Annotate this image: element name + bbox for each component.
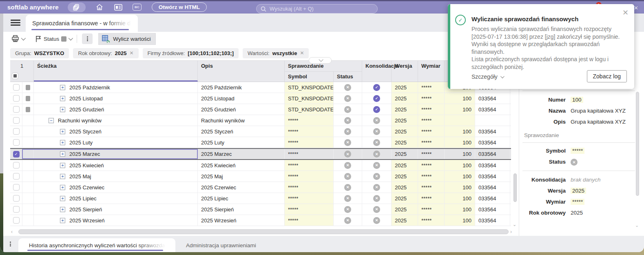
numer-cell: 033564	[475, 171, 510, 182]
expand-node-icon[interactable]: +	[60, 174, 65, 179]
table-row[interactable]: +2025 Luty2025 Luty*****✕✕2025*****10003…	[10, 137, 511, 148]
chip-remove-icon[interactable]: ✕	[129, 50, 133, 56]
table-row[interactable]: +2025 Czerwiec2025 Czerwiec*****✕✕2025**…	[10, 182, 511, 193]
chevron-down-icon	[319, 57, 323, 62]
expand-node-icon[interactable]: +	[60, 140, 65, 145]
column-header-opis[interactable]: Opis	[198, 61, 285, 82]
table-row[interactable]: +2025 Kwiecień2025 Kwiecień*****✕✕2025**…	[10, 160, 511, 171]
row-checkbox[interactable]	[13, 95, 20, 102]
table-row[interactable]: +2025 Listopad2025 ListopadSTD_KNSPODATE…	[10, 93, 511, 104]
flag-cell	[22, 93, 34, 104]
calculate-values-button[interactable]: Wylicz wartości	[98, 33, 156, 45]
filter-chip[interactable]: Wartości: wszystkie✕	[243, 48, 309, 58]
row-checkbox[interactable]	[13, 162, 20, 169]
status-filter-button[interactable]: Status	[35, 35, 72, 42]
column-header-select[interactable]: 1	[10, 61, 34, 82]
expand-node-icon[interactable]: +	[60, 85, 65, 90]
table-row[interactable]: +2025 Wrzesień2025 Wrzesień*****✕✕2025**…	[10, 215, 511, 226]
table-row[interactable]: +2025 Lipiec2025 Lipiec*****✕✕2025*****1…	[10, 193, 511, 204]
column-header-symbol[interactable]: Symbol	[285, 72, 334, 82]
scroll-left-arrow[interactable]: ‹	[11, 229, 17, 235]
chip-label: Firmy źródłowe:	[148, 50, 185, 56]
table-row[interactable]: +2025 Styczeń2025 Styczeń*****✕✕2025****…	[10, 126, 511, 137]
print-button[interactable]	[11, 35, 24, 42]
chip-remove-icon[interactable]: ✕	[300, 50, 304, 56]
row-checkbox[interactable]	[13, 84, 20, 91]
expand-node-icon[interactable]: +	[60, 151, 65, 157]
status-x-icon: ✕	[344, 195, 351, 202]
row-checkbox[interactable]	[13, 139, 20, 146]
row-checkbox[interactable]	[13, 173, 20, 180]
symbol-cell: *****	[285, 204, 334, 215]
close-icon[interactable]: ✕	[622, 8, 629, 17]
bc-module-button[interactable]: BC	[132, 3, 142, 12]
row-checkbox[interactable]	[13, 106, 20, 113]
row-checkbox[interactable]: ✓	[13, 151, 20, 157]
tab-sprawozdania-finansowe[interactable]: Sprawozdania finansowe - w formie d	[26, 15, 138, 32]
expand-node-icon[interactable]: +	[60, 196, 65, 201]
panel-scrollbar[interactable]: ⌄	[636, 92, 639, 226]
global-search-input[interactable]: Wyszukaj (Alt + Q)	[256, 4, 378, 13]
reports-table: 1 Ścieżka Opis Sprawozdanie Symbol Statu…	[10, 60, 511, 227]
scroll-right-arrow[interactable]: ›	[510, 229, 516, 235]
filter-chip[interactable]: Grupa: WSZYSTKO	[10, 48, 69, 58]
select-cell	[10, 137, 22, 148]
table-row[interactable]: +2025 Grudzień2025 GrudzieńSTD_KNSPODATE…	[10, 104, 511, 115]
expand-node-icon[interactable]: +	[60, 218, 65, 223]
open-in-html-button[interactable]: Otwórz w HTML	[152, 2, 207, 12]
panel-field-row: Wymiar*****	[522, 199, 635, 205]
table-row[interactable]: −Rachunki wynikówRachunki wyników*****✕✕…	[10, 115, 511, 126]
table-horizontal-scrollbar[interactable]: ‹ ›	[11, 228, 516, 235]
news-button[interactable]	[113, 3, 123, 12]
workspace-switcher-button[interactable]	[68, 2, 86, 12]
sciezka-text: 2025 Maj	[69, 173, 91, 180]
column-header-sciezka[interactable]: Ścieżka	[34, 61, 198, 82]
select-all-checkbox[interactable]	[12, 73, 18, 79]
column-header-wymiar[interactable]: Wymiar	[418, 61, 445, 82]
table-row[interactable]: ✓+2025 Marzec2025 Marzec*****✕✕2025*****…	[10, 148, 511, 160]
tab-administracja-uprawnieniami[interactable]: Administracja uprawnieniami	[175, 238, 267, 252]
column-header-konsolidacja[interactable]: Konsolidacja	[362, 61, 392, 82]
scroll-down-arrow[interactable]: ⌄	[513, 222, 516, 227]
scrollbar-thumb[interactable]	[18, 229, 509, 234]
filter-chip[interactable]: Rok obrotowy: 2025✕	[73, 48, 138, 58]
bottom-more-button[interactable]	[10, 241, 11, 247]
column-header-wersja[interactable]: Wersja	[392, 61, 418, 82]
table-row[interactable]: +2025 Sierpień2025 Sierpień*****✕✕2025**…	[10, 204, 511, 215]
table-vertical-scrollbar[interactable]: ⌄	[513, 82, 518, 227]
filter-chip[interactable]: Firmy źródłowe: [100;101;102;103;]	[143, 48, 239, 58]
sciezka-text: 2025 Kwiecień	[69, 162, 104, 169]
home-button[interactable]	[95, 3, 104, 12]
row-checkbox[interactable]	[13, 117, 20, 124]
table-row[interactable]: +2025 Październik2025 PaździernikSTD_KNS…	[10, 82, 511, 93]
column-header-sprawozdanie[interactable]: Sprawozdanie Symbol Status	[285, 61, 362, 82]
row-checkbox[interactable]	[13, 206, 20, 213]
close-window-icon[interactable]: ✕	[634, 5, 638, 11]
expand-node-icon[interactable]: +	[60, 185, 65, 190]
expand-node-icon[interactable]: +	[60, 163, 65, 168]
toast-details-toggle[interactable]: Szczegóły	[471, 73, 503, 80]
menu-button[interactable]	[11, 18, 20, 27]
tab-historia-wyliczen[interactable]: Historia asynchronicznych wyliczeń warto…	[18, 238, 175, 252]
expand-node-icon[interactable]: +	[60, 207, 65, 212]
more-actions-button[interactable]	[82, 33, 93, 44]
expand-node-icon[interactable]: +	[60, 107, 65, 112]
wersja-cell: 2025	[392, 182, 418, 193]
row-checkbox[interactable]	[13, 184, 20, 191]
collapse-filters-handle[interactable]	[309, 57, 332, 64]
row-checkbox[interactable]	[13, 217, 20, 224]
column-header-status[interactable]: Status	[334, 72, 356, 82]
sciezka-cell: +2025 Luty	[34, 137, 198, 148]
view-log-button[interactable]: Zobacz log	[587, 70, 627, 82]
firma-cell: 100	[445, 193, 475, 204]
scroll-down-arrow[interactable]: ⌄	[635, 223, 639, 228]
row-checkbox[interactable]	[13, 128, 20, 135]
expand-node-icon[interactable]: +	[60, 129, 65, 134]
scrollbar-thumb[interactable]	[513, 173, 517, 202]
expand-node-icon[interactable]: +	[60, 96, 65, 101]
collapse-node-icon[interactable]: −	[49, 118, 54, 123]
row-checkbox[interactable]	[13, 195, 20, 202]
table-row[interactable]: +2025 Maj2025 Maj*****✕✕2025*****1000335…	[10, 171, 511, 182]
scrollbar-thumb[interactable]	[636, 92, 639, 196]
firma-cell: 100	[445, 93, 475, 104]
